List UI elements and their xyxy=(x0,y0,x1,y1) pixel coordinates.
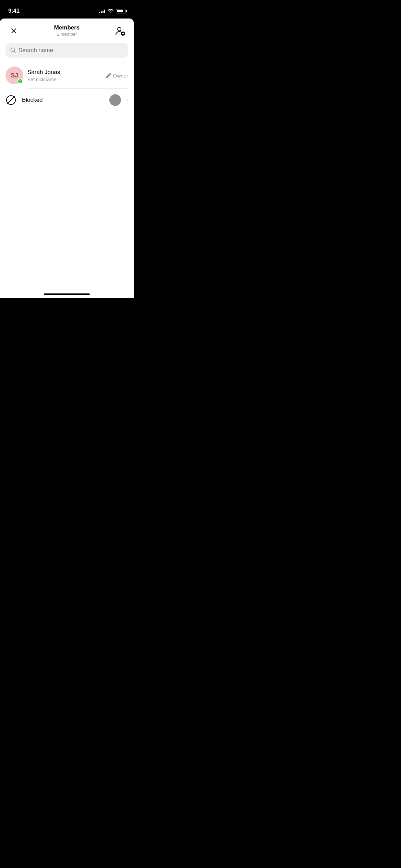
status-bar: 9:41 xyxy=(0,0,134,17)
svg-line-7 xyxy=(14,51,15,52)
search-bar xyxy=(5,43,128,58)
add-member-button[interactable] xyxy=(113,24,127,38)
owner-icon: 🎤 xyxy=(106,73,111,78)
search-input[interactable] xyxy=(19,47,123,54)
divider xyxy=(27,88,128,89)
page-title: Members xyxy=(54,24,80,31)
status-icons xyxy=(99,9,125,13)
check-icon: ✓ xyxy=(19,80,22,83)
member-info: Sarah Jonas Set nickname xyxy=(27,69,101,82)
signal-icon xyxy=(99,9,105,13)
add-member-icon xyxy=(115,26,125,36)
members-list: SJ ✓ Sarah Jonas Set nickname 🎤 Owner xyxy=(0,63,134,111)
svg-point-2 xyxy=(118,27,121,31)
home-indicator xyxy=(0,291,134,298)
header: Members 1 member xyxy=(0,19,134,42)
wifi-icon xyxy=(108,9,113,13)
member-name: Sarah Jonas xyxy=(27,69,101,76)
close-button[interactable] xyxy=(7,24,21,38)
close-icon xyxy=(11,28,17,34)
members-sheet: Members 1 member xyxy=(0,19,134,291)
status-time: 9:41 xyxy=(8,8,20,14)
battery-icon xyxy=(116,9,125,13)
blocked-icon xyxy=(5,95,16,106)
avatar-wrap: SJ ✓ xyxy=(5,67,23,84)
search-icon xyxy=(10,47,16,54)
member-count: 1 member xyxy=(54,32,80,37)
home-bar xyxy=(44,293,90,295)
blocked-toggle[interactable] xyxy=(109,94,121,106)
role-label: Owner xyxy=(113,73,128,79)
online-badge: ✓ xyxy=(17,79,23,84)
blocked-icon-wrap xyxy=(5,95,16,106)
svg-line-9 xyxy=(8,97,14,104)
avatar-initials: SJ xyxy=(11,72,18,79)
blocked-row[interactable]: Blocked › xyxy=(5,89,128,111)
chevron-right-icon: › xyxy=(126,97,128,103)
member-row[interactable]: SJ ✓ Sarah Jonas Set nickname 🎤 Owner xyxy=(5,63,128,88)
header-center: Members 1 member xyxy=(54,24,80,37)
blocked-label: Blocked xyxy=(22,97,104,104)
member-role: 🎤 Owner xyxy=(106,73,128,79)
search-container xyxy=(0,42,134,63)
member-subtext: Set nickname xyxy=(27,77,101,82)
